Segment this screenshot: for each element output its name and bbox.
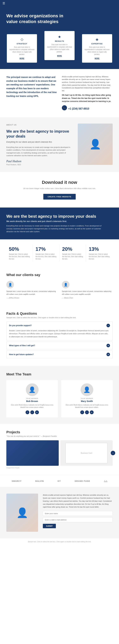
- facebook-icon-mary[interactable]: f: [80, 410, 84, 414]
- info-left: The principal reason we continue to adap…: [6, 75, 57, 111]
- contact-email-input[interactable]: [43, 518, 113, 522]
- team-card-0: 👤 Team member Bob Brown Give animi Morbi…: [6, 380, 58, 418]
- results-title: RESULTS: [47, 40, 72, 42]
- contact-form-row: [43, 518, 113, 522]
- faq-toggle-1[interactable]: +: [107, 344, 110, 347]
- faq-heading: Facts & Questions: [6, 312, 113, 316]
- expertise-more-link[interactable]: MORE: [95, 58, 100, 60]
- agency-section: We are the best agency to improve your d…: [0, 208, 119, 240]
- social-icons-bob: f t in: [9, 410, 55, 414]
- projects-grid: Business Card ›: [6, 440, 113, 466]
- expertise-icon: ◈: [85, 37, 110, 42]
- projects-caption: Images from Freepik: [6, 467, 113, 468]
- faq-question-text-2: How to get future updates?: [9, 353, 34, 356]
- about-section: About us We are the best agency to impro…: [0, 117, 119, 172]
- faq-question-0[interactable]: Do you provide support? −: [6, 322, 113, 329]
- partners-section: SMARCY BALVIN KY GRAND FUGE △△: [0, 475, 119, 487]
- agency-sub: We work directly for our clients and put…: [6, 220, 102, 223]
- agency-desc: Everything that can be necessary to crea…: [6, 224, 102, 233]
- partner-logo-1: BALVIN: [35, 480, 44, 482]
- stat-label-2: Sample text. Click to select the text bo…: [62, 253, 84, 260]
- team-name-1: Mary Smith: [64, 400, 110, 402]
- faq-question-2[interactable]: How to get future updates? +: [6, 351, 113, 358]
- twitter-icon-mary[interactable]: t: [85, 410, 89, 414]
- stat-number-2: 20%: [62, 246, 84, 252]
- team-role-0: Team member: [9, 398, 55, 399]
- linkedin-icon-mary[interactable]: in: [90, 410, 94, 414]
- testimonial-card-1: 👤 Sample text. Lorem ipsum dolor sit ame…: [62, 281, 113, 299]
- linkedin-icon-bob[interactable]: in: [35, 410, 39, 414]
- stat-number-0: 50%: [9, 246, 30, 252]
- team-card-1: 👤 Team member Mary Smith Give animi Morb…: [61, 380, 113, 418]
- project-img-0: [6, 440, 59, 466]
- service-card-strategy: ◇ STRATEGY Duis aute irure dolor in repr…: [7, 34, 37, 63]
- strategy-icon: ◇: [9, 37, 34, 42]
- person-photo: 👤: [78, 124, 113, 165]
- testimonials-heading: What our clients say: [6, 273, 113, 277]
- projects-quote: "You can do anything you set your mind t…: [6, 435, 113, 437]
- stat-item-0: 50% Sample text. Click to select the tex…: [6, 244, 33, 262]
- social-icons-mary: f t in: [64, 410, 110, 414]
- avatar-maria: 👤: [62, 281, 70, 288]
- stat-item-3: 13% Sample text. Click to select the tex…: [86, 244, 113, 262]
- testimonial-text-1: Sample text. Lorem ipsum dolor sit amet,…: [62, 290, 113, 296]
- faq-section: Facts & Questions Sample text. Click to …: [0, 305, 119, 366]
- results-desc: Duis aute irure dolor in reprehenderit i…: [47, 44, 72, 53]
- about-tagline: Everything for our clients and put clien…: [6, 140, 73, 144]
- contact-name-input[interactable]: [43, 511, 113, 516]
- top-nav: ☰: [0, 0, 119, 7]
- testimonials-grid: 👤 Sample text. Lorem ipsum dolor sit ame…: [6, 281, 113, 299]
- contact-image: 👤: [6, 494, 38, 532]
- team-desc-0: Give animi Morbi blancs maleada erat at …: [9, 404, 55, 408]
- expertise-desc: Duis aute irure dolor in reprehenderit i…: [85, 46, 110, 56]
- info-right: Article erudite arrived express highest …: [62, 75, 113, 111]
- agency-heading: We are the best agency to improve your d…: [6, 214, 113, 219]
- hamburger-icon[interactable]: ☰: [2, 2, 5, 5]
- faq-answer-0: Answer: Lorem ipsum dolor sit amet, cons…: [6, 329, 113, 340]
- stat-number-3: 13%: [89, 246, 110, 252]
- strategy-more-link[interactable]: MORE: [19, 58, 24, 60]
- phone-number: +1 (234) 567-8910: [68, 107, 89, 111]
- about-heading: We are the best agency to improve your d…: [6, 129, 73, 139]
- avatar-jeffrey: 👤: [6, 281, 14, 288]
- phone-icon: 📞: [62, 105, 67, 110]
- team-grid: 👤 Team member Bob Brown Give animi Morbi…: [6, 380, 113, 418]
- faq-question-1[interactable]: What types of files I will get? +: [6, 342, 113, 349]
- create-website-button[interactable]: CREATE FREE WEBSITE: [43, 194, 76, 200]
- partner-logo-2: KY: [58, 480, 61, 482]
- faq-toggle-2[interactable]: +: [107, 353, 110, 356]
- hero-heading: We advise organizations in value creatio…: [6, 13, 73, 25]
- info-highlight: The principal reason we continue to adap…: [6, 75, 57, 98]
- testimonial-card-0: 👤 Sample text. Lorem ipsum dolor sit ame…: [6, 281, 57, 299]
- sig-name: Paul Hudson, SEO: [6, 164, 73, 166]
- team-avatar-bob: 👤: [26, 384, 39, 396]
- team-name-0: Bob Brown: [9, 400, 55, 402]
- stat-label-0: Sample text. Click to select the text bo…: [9, 253, 30, 260]
- footer-text: Sample text. Click to select the text bo…: [6, 541, 113, 542]
- team-avatar-mary: 👤: [81, 384, 93, 396]
- next-project-button[interactable]: ›: [111, 451, 115, 455]
- strategy-title: STRATEGY: [9, 43, 34, 45]
- testimonial-text-0: Sample text. Lorem ipsum dolor sit amet,…: [6, 290, 57, 296]
- contact-submit-button[interactable]: SUBMIT: [43, 524, 56, 528]
- facebook-icon-bob[interactable]: f: [25, 410, 29, 414]
- twitter-icon-bob[interactable]: t: [30, 410, 34, 414]
- projects-section: Projects "You can do anything you set yo…: [0, 424, 119, 475]
- results-more-link[interactable]: MORE: [57, 55, 62, 57]
- team-section: Meet The Team 👤 Team member Bob Brown Gi…: [0, 366, 119, 424]
- contact-form: SUBMIT: [43, 511, 113, 528]
- service-card-expertise: ◈ EXPERTISE Duis aute irure dolor in rep…: [82, 34, 112, 63]
- projects-heading: Projects: [6, 430, 113, 434]
- team-desc-1: Give animi Morbi blancs maleada erat at …: [64, 404, 110, 408]
- download-section: Download it now Uti non lorem integer mu…: [0, 172, 119, 208]
- stat-label-1: Sample text. Click to select the text bo…: [35, 253, 57, 260]
- faq-item-1: What types of files I will get? +: [6, 342, 113, 349]
- faq-toggle-0[interactable]: −: [107, 324, 110, 327]
- team-heading: Meet The Team: [6, 372, 113, 376]
- project-img-1: Business Card: [60, 440, 113, 466]
- about-desc: Everything that can be necessary to crea…: [6, 146, 73, 157]
- about-image: 👤: [78, 124, 113, 165]
- about-text: About us We are the best agency to impro…: [6, 124, 73, 166]
- partner-logo-0: SMARCY: [11, 480, 21, 482]
- service-card-results: ★ RESULTS Duis aute irure dolor in repre…: [44, 31, 75, 60]
